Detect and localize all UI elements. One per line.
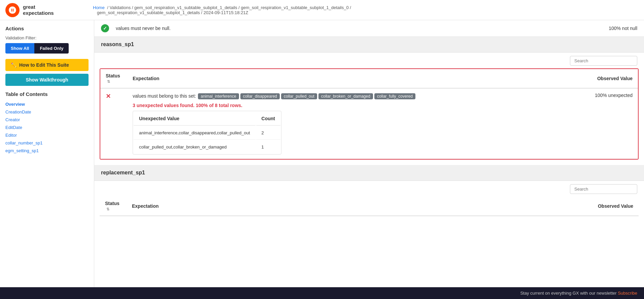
filter-label: Validation Filter: [5, 35, 89, 40]
check-text: values must never be null. [116, 26, 580, 31]
replacement-section-header: replacement_sp1 [94, 165, 644, 181]
replacement-search-input[interactable] [570, 184, 637, 194]
toc-title: Table of Contents [5, 91, 89, 97]
unexpected-row: collar_pulled_out,collar_broken_or_damag… [134, 140, 280, 154]
actions-title: Actions [5, 26, 89, 31]
status-cell: ✕ [100, 88, 127, 159]
expectation-text: values must belong to this set: animal_i… [133, 93, 545, 100]
col-observed: Observed Value [551, 69, 638, 88]
toc-item-egm_setting_sp1[interactable]: egm_setting_sp1 [5, 147, 89, 155]
toc-item-creator[interactable]: Creator [5, 116, 89, 124]
observed-value-cell: 100% unexpected [551, 88, 638, 159]
toc-item-creationdate[interactable]: CreationDate [5, 108, 89, 116]
error-summary: 3 unexpected values found. 100% of 8 tot… [133, 103, 545, 108]
main-content: values must never be null. 100% not null… [94, 20, 644, 287]
toc-item-overview[interactable]: Overview [5, 100, 89, 108]
reasons-search-input[interactable] [570, 56, 637, 66]
rep-col-expectation: Expectation [127, 197, 322, 216]
unexpected-value: animal_interference,collar_disappeared,c… [134, 126, 256, 140]
toc-item-editor[interactable]: Editor [5, 131, 89, 139]
edit-icon: ✏️ [11, 62, 16, 68]
subscribe-link[interactable]: Subscribe [618, 291, 637, 296]
sidebar: Actions Validation Filter: Show All Fail… [0, 20, 94, 287]
reasons-expectation-table: Status ⇅ Expectation Observed Value [100, 69, 638, 159]
unexpected-row: animal_interference,collar_disappeared,c… [134, 126, 280, 140]
logo-icon [5, 3, 20, 17]
unexpected-count: 2 [256, 126, 280, 140]
pass-icon [101, 24, 109, 32]
top-nav: greatexpectations Home / Validations / g… [0, 0, 644, 20]
replacement-table-container: Status ⇅ Expectation Observed Value [100, 197, 639, 216]
top-check-row: values must never be null. 100% not null [94, 20, 644, 37]
tag-collar_disappeared: collar_disappeared [240, 93, 280, 99]
unexpected-value-header: Unexpected Value [134, 112, 256, 126]
logo-text: greatexpectations [23, 4, 54, 16]
replacement-expectation-table: Status ⇅ Expectation Observed Value [100, 197, 639, 216]
footer: Stay current on everything GX with our n… [0, 287, 644, 299]
breadcrumb-home[interactable]: Home [93, 5, 105, 10]
footer-text: Stay current on everything GX with our n… [520, 291, 616, 296]
replacement-search-wrapper [94, 181, 644, 195]
unexpected-value: collar_pulled_out,collar_broken_or_damag… [134, 140, 256, 154]
unexpected-count: 1 [256, 140, 280, 154]
edit-suite-button[interactable]: ✏️ How to Edit This Suite [5, 59, 89, 71]
count-header: Count [256, 112, 280, 126]
expectation-cell: values must belong to this set: animal_i… [127, 88, 551, 159]
toc-item-editdate[interactable]: EditDate [5, 124, 89, 131]
col-expectation: Expectation [127, 69, 551, 88]
show-all-button[interactable]: Show All [5, 43, 34, 54]
table-row: ✕ values must belong to this set: animal… [100, 88, 638, 159]
col-status: Status ⇅ [100, 69, 127, 88]
reasons-section-header: reasons_sp1 [94, 37, 644, 53]
logo-area: greatexpectations [5, 3, 93, 17]
tag-collar_fully_covered: collar_fully_covered [374, 93, 415, 99]
failed-only-button[interactable]: Failed Only [34, 43, 69, 54]
unexpected-values-table: Unexpected Value Count animal_interferen… [133, 111, 281, 155]
reasons-failed-table-container: Status ⇅ Expectation Observed Value [100, 68, 639, 160]
fail-icon: ✕ [106, 93, 111, 100]
toc-list: OverviewCreationDateCreatorEditDateEdito… [5, 100, 89, 155]
breadcrumb: Home / Validations / gem_soil_respiratio… [93, 5, 352, 15]
tag-collar_broken_or_damaged: collar_broken_or_damaged [318, 93, 373, 99]
check-value: 100% not null [587, 26, 637, 31]
tag-animal_interference: animal_interference [198, 93, 239, 99]
walkthrough-button[interactable]: Show Walkthrough [5, 74, 89, 86]
filter-buttons: Show All Failed Only [5, 43, 89, 54]
toc-item-collar_number_sp1[interactable]: collar_number_sp1 [5, 139, 89, 147]
rep-col-status: Status ⇅ [100, 197, 127, 216]
reasons-search-wrapper [94, 53, 644, 67]
tag-collar_pulled_out: collar_pulled_out [281, 93, 317, 99]
rep-col-observed: Observed Value [322, 197, 639, 216]
